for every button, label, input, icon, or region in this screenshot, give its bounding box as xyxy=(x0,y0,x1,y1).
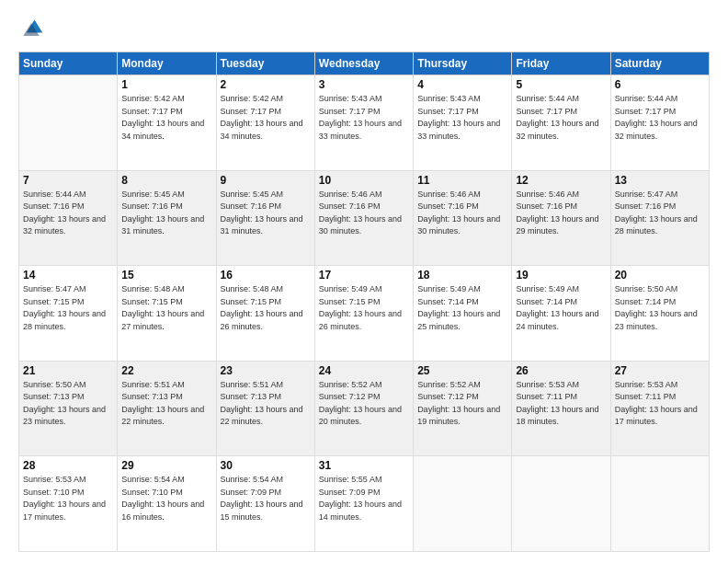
calendar-week-row: 7Sunrise: 5:44 AMSunset: 7:16 PMDaylight… xyxy=(19,170,710,266)
day-number: 4 xyxy=(417,78,507,91)
day-number: 6 xyxy=(615,78,705,91)
calendar-day-cell: 19Sunrise: 5:49 AMSunset: 7:14 PMDayligh… xyxy=(512,266,610,362)
day-number: 24 xyxy=(319,364,409,377)
day-number: 29 xyxy=(121,459,211,472)
day-info: Sunrise: 5:45 AMSunset: 7:16 PMDaylight:… xyxy=(221,189,311,238)
calendar-day-cell: 31Sunrise: 5:55 AMSunset: 7:09 PMDayligh… xyxy=(314,456,413,552)
day-number: 16 xyxy=(221,269,311,282)
day-info: Sunrise: 5:54 AMSunset: 7:10 PMDaylight:… xyxy=(121,474,211,523)
calendar-day-cell: 8Sunrise: 5:45 AMSunset: 7:16 PMDaylight… xyxy=(118,170,216,266)
day-info: Sunrise: 5:53 AMSunset: 7:10 PMDaylight:… xyxy=(23,474,113,523)
calendar-day-cell xyxy=(414,456,512,552)
day-info: Sunrise: 5:44 AMSunset: 7:17 PMDaylight:… xyxy=(516,93,606,143)
day-info: Sunrise: 5:42 AMSunset: 7:17 PMDaylight:… xyxy=(121,93,211,143)
calendar-day-cell: 17Sunrise: 5:49 AMSunset: 7:15 PMDayligh… xyxy=(314,266,413,362)
calendar-day-cell: 13Sunrise: 5:47 AMSunset: 7:16 PMDayligh… xyxy=(610,170,709,266)
day-number: 27 xyxy=(615,364,705,377)
calendar-week-row: 1Sunrise: 5:42 AMSunset: 7:17 PMDaylight… xyxy=(19,75,710,171)
day-number: 9 xyxy=(221,174,311,187)
calendar-day-cell xyxy=(610,456,709,552)
day-number: 18 xyxy=(417,269,507,282)
day-info: Sunrise: 5:51 AMSunset: 7:13 PMDaylight:… xyxy=(121,379,211,429)
weekday-header-cell: Wednesday xyxy=(314,52,413,75)
day-number: 20 xyxy=(615,269,705,282)
calendar-day-cell: 27Sunrise: 5:53 AMSunset: 7:11 PMDayligh… xyxy=(610,361,709,456)
calendar-day-cell: 5Sunrise: 5:44 AMSunset: 7:17 PMDaylight… xyxy=(512,75,610,171)
day-number: 19 xyxy=(516,269,606,282)
day-number: 11 xyxy=(417,174,507,187)
day-number: 3 xyxy=(319,78,409,91)
calendar-day-cell: 24Sunrise: 5:52 AMSunset: 7:12 PMDayligh… xyxy=(314,361,413,456)
header xyxy=(18,17,710,42)
calendar-day-cell: 26Sunrise: 5:53 AMSunset: 7:11 PMDayligh… xyxy=(512,361,610,456)
calendar-day-cell: 7Sunrise: 5:44 AMSunset: 7:16 PMDaylight… xyxy=(19,170,118,266)
day-info: Sunrise: 5:55 AMSunset: 7:09 PMDaylight:… xyxy=(319,474,409,523)
day-number: 28 xyxy=(23,459,113,472)
day-info: Sunrise: 5:49 AMSunset: 7:14 PMDaylight:… xyxy=(417,283,507,333)
calendar-day-cell: 11Sunrise: 5:46 AMSunset: 7:16 PMDayligh… xyxy=(414,170,512,266)
day-info: Sunrise: 5:43 AMSunset: 7:17 PMDaylight:… xyxy=(319,93,409,143)
day-info: Sunrise: 5:50 AMSunset: 7:14 PMDaylight:… xyxy=(615,283,705,333)
calendar-day-cell: 21Sunrise: 5:50 AMSunset: 7:13 PMDayligh… xyxy=(19,361,118,456)
weekday-header-cell: Monday xyxy=(118,52,216,75)
day-number: 1 xyxy=(121,78,211,91)
calendar-day-cell: 10Sunrise: 5:46 AMSunset: 7:16 PMDayligh… xyxy=(314,170,413,266)
day-number: 17 xyxy=(319,269,409,282)
day-info: Sunrise: 5:48 AMSunset: 7:15 PMDaylight:… xyxy=(221,283,311,333)
day-info: Sunrise: 5:49 AMSunset: 7:15 PMDaylight:… xyxy=(319,283,409,333)
calendar-day-cell: 29Sunrise: 5:54 AMSunset: 7:10 PMDayligh… xyxy=(118,456,216,552)
day-info: Sunrise: 5:44 AMSunset: 7:17 PMDaylight:… xyxy=(615,93,705,143)
day-info: Sunrise: 5:47 AMSunset: 7:15 PMDaylight:… xyxy=(23,283,113,333)
calendar-day-cell: 15Sunrise: 5:48 AMSunset: 7:15 PMDayligh… xyxy=(118,266,216,362)
day-info: Sunrise: 5:53 AMSunset: 7:11 PMDaylight:… xyxy=(615,379,705,429)
calendar-day-cell: 4Sunrise: 5:43 AMSunset: 7:17 PMDaylight… xyxy=(414,75,512,171)
day-number: 8 xyxy=(121,174,211,187)
calendar-day-cell: 9Sunrise: 5:45 AMSunset: 7:16 PMDaylight… xyxy=(216,170,314,266)
weekday-header-cell: Sunday xyxy=(19,52,118,75)
day-info: Sunrise: 5:46 AMSunset: 7:16 PMDaylight:… xyxy=(319,189,409,238)
day-number: 26 xyxy=(516,364,606,377)
calendar-week-row: 14Sunrise: 5:47 AMSunset: 7:15 PMDayligh… xyxy=(19,266,710,362)
day-number: 30 xyxy=(221,459,311,472)
day-number: 21 xyxy=(23,364,113,377)
day-info: Sunrise: 5:47 AMSunset: 7:16 PMDaylight:… xyxy=(615,189,705,238)
page: SundayMondayTuesdayWednesdayThursdayFrid… xyxy=(0,0,728,563)
day-number: 14 xyxy=(23,269,113,282)
day-info: Sunrise: 5:49 AMSunset: 7:14 PMDaylight:… xyxy=(516,283,606,333)
day-number: 7 xyxy=(23,174,113,187)
day-number: 2 xyxy=(221,78,311,91)
calendar-day-cell: 3Sunrise: 5:43 AMSunset: 7:17 PMDaylight… xyxy=(314,75,413,171)
calendar-day-cell: 16Sunrise: 5:48 AMSunset: 7:15 PMDayligh… xyxy=(216,266,314,362)
calendar-week-row: 21Sunrise: 5:50 AMSunset: 7:13 PMDayligh… xyxy=(19,361,710,456)
day-info: Sunrise: 5:44 AMSunset: 7:16 PMDaylight:… xyxy=(23,189,113,238)
logo xyxy=(18,17,48,42)
weekday-header-cell: Saturday xyxy=(610,52,709,75)
logo-icon xyxy=(18,17,44,42)
calendar-day-cell: 22Sunrise: 5:51 AMSunset: 7:13 PMDayligh… xyxy=(118,361,216,456)
day-info: Sunrise: 5:50 AMSunset: 7:13 PMDaylight:… xyxy=(23,379,113,429)
calendar-day-cell: 6Sunrise: 5:44 AMSunset: 7:17 PMDaylight… xyxy=(610,75,709,171)
calendar-day-cell xyxy=(19,75,118,171)
day-info: Sunrise: 5:48 AMSunset: 7:15 PMDaylight:… xyxy=(121,283,211,333)
day-number: 5 xyxy=(516,78,606,91)
calendar-day-cell: 30Sunrise: 5:54 AMSunset: 7:09 PMDayligh… xyxy=(216,456,314,552)
calendar-day-cell: 2Sunrise: 5:42 AMSunset: 7:17 PMDaylight… xyxy=(216,75,314,171)
calendar-day-cell: 14Sunrise: 5:47 AMSunset: 7:15 PMDayligh… xyxy=(19,266,118,362)
calendar-day-cell: 25Sunrise: 5:52 AMSunset: 7:12 PMDayligh… xyxy=(414,361,512,456)
day-info: Sunrise: 5:45 AMSunset: 7:16 PMDaylight:… xyxy=(121,189,211,238)
calendar-day-cell: 20Sunrise: 5:50 AMSunset: 7:14 PMDayligh… xyxy=(610,266,709,362)
calendar-table: SundayMondayTuesdayWednesdayThursdayFrid… xyxy=(18,52,710,552)
day-number: 22 xyxy=(121,364,211,377)
weekday-header-cell: Tuesday xyxy=(216,52,314,75)
calendar-day-cell: 1Sunrise: 5:42 AMSunset: 7:17 PMDaylight… xyxy=(118,75,216,171)
day-number: 10 xyxy=(319,174,409,187)
calendar-day-cell: 28Sunrise: 5:53 AMSunset: 7:10 PMDayligh… xyxy=(19,456,118,552)
day-number: 15 xyxy=(121,269,211,282)
day-info: Sunrise: 5:46 AMSunset: 7:16 PMDaylight:… xyxy=(516,189,606,238)
day-number: 12 xyxy=(516,174,606,187)
calendar-day-cell xyxy=(512,456,610,552)
day-info: Sunrise: 5:46 AMSunset: 7:16 PMDaylight:… xyxy=(417,189,507,238)
day-number: 31 xyxy=(319,459,409,472)
day-info: Sunrise: 5:42 AMSunset: 7:17 PMDaylight:… xyxy=(221,93,311,143)
calendar-day-cell: 12Sunrise: 5:46 AMSunset: 7:16 PMDayligh… xyxy=(512,170,610,266)
